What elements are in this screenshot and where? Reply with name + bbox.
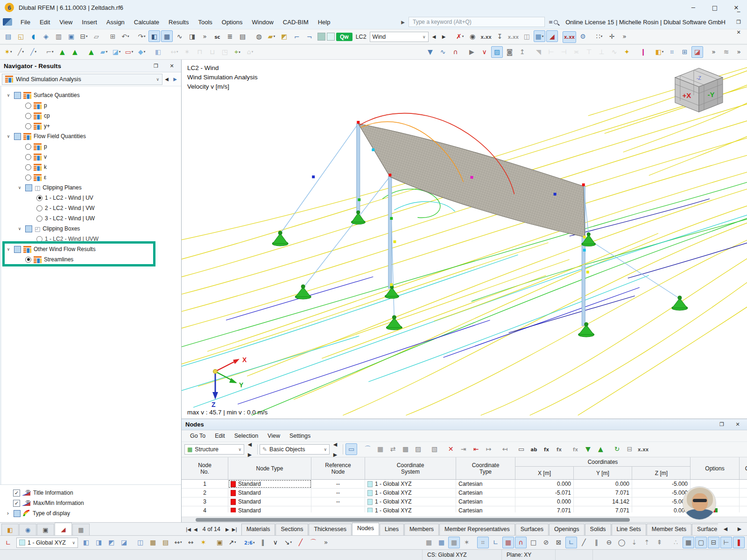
menu-assign[interactable]: Assign [102, 17, 129, 28]
tree-checkbox[interactable] [14, 92, 21, 99]
solid-rotate-icon[interactable]: ◩ [106, 536, 117, 548]
col-header-node[interactable]: ReferenceNode [311, 457, 365, 479]
tab-surfaces[interactable]: Surfaces [515, 524, 549, 535]
new-polyline-icon[interactable]: ⌐▾ [44, 46, 56, 58]
cell[interactable]: Cartesian [456, 489, 515, 497]
grid-points-icon[interactable]: ▦ [448, 537, 460, 548]
tree-item-y[interactable]: y+ [1, 121, 181, 131]
menu-edit[interactable]: Edit [211, 431, 229, 441]
loadcase-combo[interactable]: Wind∨ [370, 32, 429, 42]
col-header-type[interactable]: CoordinateType [456, 457, 515, 479]
object-stack-icon[interactable]: ⊟ [708, 537, 719, 548]
snap-ortho-l-icon[interactable]: ∟ [565, 537, 577, 548]
open-model-icon[interactable]: ◱ [15, 30, 27, 42]
cell[interactable]: -- [311, 497, 365, 506]
col-header-options[interactable]: Options [691, 457, 740, 479]
cell[interactable]: 0.000 [515, 480, 574, 488]
footer-checkbox[interactable] [14, 510, 21, 517]
menu-insert[interactable]: Insert [77, 17, 102, 28]
new-node-icon[interactable]: ✶▾ [2, 46, 14, 58]
solid-select-icon[interactable]: ◪ [118, 536, 130, 548]
snap-grid-icon[interactable]: ▦ [502, 537, 514, 548]
col-header-z-m[interactable]: Z [m] [632, 467, 691, 479]
new-opening-icon[interactable]: ▭▾ [123, 46, 135, 58]
keyword-search-input[interactable] [409, 17, 545, 27]
tab-openings[interactable]: Openings [549, 524, 585, 535]
display-colors-icon[interactable]: ◧▾ [654, 46, 665, 58]
cell[interactable] [740, 480, 747, 488]
cell[interactable]: 1 - Global XYZ [365, 480, 456, 488]
tree-radio[interactable] [25, 103, 31, 109]
cell[interactable] [740, 497, 747, 506]
export-table-icon[interactable]: ▲ [595, 443, 606, 455]
grid-settings-icon[interactable]: ▦ [436, 537, 447, 548]
cell[interactable]: -- [311, 489, 365, 497]
column-left-icon[interactable]: ↦ [483, 443, 494, 455]
tree-radio[interactable] [25, 123, 31, 129]
tree-radio[interactable] [36, 195, 42, 201]
cell[interactable]: Standard [228, 497, 311, 506]
chevron-down-icon[interactable]: ∨ [16, 226, 23, 231]
mesh-coarse-icon[interactable]: ▤ [160, 536, 171, 548]
footer-checkbox[interactable]: ✓ [13, 500, 20, 507]
menu-edit[interactable]: Edit [35, 17, 55, 28]
tabs-scroll-right-icon[interactable]: ▶ [734, 524, 745, 534]
table-row[interactable]: 3Standard--1 - Global XYZCartesian0.0001… [182, 497, 747, 506]
tree-radio[interactable] [25, 144, 31, 150]
menu-view[interactable]: View [264, 431, 284, 441]
tree-item-other-wind-flow-results[interactable]: ∨ Other Wind Flow Results [1, 244, 181, 254]
tree-radio[interactable] [25, 257, 31, 263]
table-values-icon[interactable]: x.xx [636, 444, 650, 455]
sync-table-icon[interactable]: ↻ [611, 443, 623, 455]
menu-settings[interactable]: Settings [286, 431, 314, 441]
surface-support-icon[interactable]: ▲ [85, 46, 97, 58]
col-header-no[interactable]: NodeNo. [182, 457, 228, 479]
table-group-combo[interactable]: ▦ Structure∨ [184, 444, 244, 455]
row-remove-icon[interactable]: ⇤ [470, 443, 482, 455]
background-grid-icon[interactable]: ▦ [683, 537, 694, 548]
new-model-icon[interactable]: ▤ [2, 30, 14, 42]
result-color-swatch-1[interactable] [317, 33, 325, 41]
snap-up-icon[interactable]: ⇡ [641, 537, 653, 548]
more-results-icon[interactable]: » [708, 46, 719, 58]
fe-mesh-icon[interactable]: ⌗ [666, 46, 678, 58]
qw-loadcase-button[interactable]: Qw [336, 33, 352, 41]
tree-radio[interactable] [36, 236, 42, 242]
tree-item-1-lc2-wind-uv[interactable]: 1 - LC2 - Wind | UV [1, 193, 181, 203]
formula-fx-filter-icon[interactable]: fx [570, 444, 581, 455]
menu-cad-bim[interactable]: CAD-BIM [278, 17, 313, 28]
tree-item-clipping-boxes[interactable]: ∨◰Clipping Boxes [1, 224, 181, 234]
chevron-down-icon[interactable]: ∨ [5, 134, 12, 139]
tree-item-streamlines[interactable]: Streamlines [1, 254, 181, 265]
layers-icon[interactable]: ≣ [224, 30, 236, 42]
trim-tool-icon[interactable]: ⊢ [720, 537, 732, 548]
new-block-icon[interactable]: ◧ [152, 46, 164, 58]
cell[interactable]: -- [311, 480, 365, 488]
cell[interactable]: 1 - Global XYZ [365, 506, 456, 512]
cell[interactable] [740, 506, 747, 512]
row-to-end-icon[interactable]: ⇥ [458, 443, 469, 455]
save-icon[interactable]: ▣ [65, 30, 77, 42]
tables-toggle-icon[interactable]: ▦ [161, 30, 173, 42]
cell[interactable]: 4 [182, 506, 228, 512]
tree-radio[interactable] [25, 175, 31, 181]
col-header-x-m[interactable]: X [m] [515, 467, 574, 479]
tree-radio[interactable] [25, 113, 31, 119]
trajectory-icon[interactable]: ◥ [533, 46, 544, 58]
snap-square-icon[interactable]: □ [528, 537, 539, 548]
new-line-red-icon[interactable]: ╱ [295, 536, 306, 548]
result-diagram-values-icon[interactable]: x.xx [563, 31, 576, 43]
intersection-mode-icon[interactable]: ∨ [269, 536, 281, 548]
cell[interactable]: 2 [182, 489, 228, 497]
tree-item-surface-quantities[interactable]: ∨ Surface Quantities [1, 90, 181, 100]
table-view-icon[interactable]: ▦ [374, 443, 386, 455]
nodes-table[interactable]: NodeNo.Node TypeReferenceNodeCoordinateS… [182, 457, 747, 517]
dlubal-center-icon[interactable]: ◖ [28, 30, 39, 42]
close-table-panel-icon[interactable]: ✕ [732, 420, 743, 430]
tree-radio[interactable] [36, 205, 42, 211]
results-on-surfaces-icon[interactable]: ▨ [491, 46, 503, 58]
table-grid-full-icon[interactable]: ▩ [400, 443, 411, 455]
chevron-down-icon[interactable]: ∨ [5, 247, 12, 252]
solid-edit-icon[interactable]: ◨ [93, 536, 105, 548]
new-arc-red-icon[interactable]: ⌒ [307, 537, 319, 548]
